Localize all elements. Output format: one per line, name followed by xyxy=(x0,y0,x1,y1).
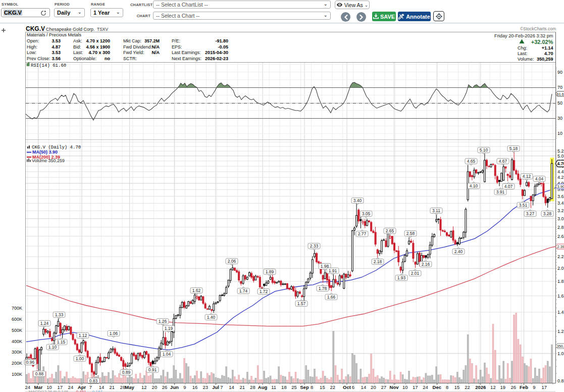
svg-text:4.10: 4.10 xyxy=(470,183,478,188)
svg-text:1.4: 1.4 xyxy=(557,310,564,315)
svg-text:400K: 400K xyxy=(12,339,22,344)
svg-text:-0.451,: -0.451, xyxy=(75,389,87,392)
svg-text:700K: 700K xyxy=(12,306,22,311)
svg-text:3.53: 3.53 xyxy=(52,50,61,55)
svg-text:25: 25 xyxy=(291,384,297,390)
svg-text:21: 21 xyxy=(239,384,245,390)
svg-text:20: 20 xyxy=(152,384,158,390)
svg-text:Feb: Feb xyxy=(520,384,528,390)
svg-text:20: 20 xyxy=(371,384,376,390)
svg-text:357.2M: 357.2M xyxy=(144,38,160,43)
svg-text:Apr: Apr xyxy=(78,384,86,390)
svg-text:27: 27 xyxy=(381,384,386,390)
svg-text:1.57: 1.57 xyxy=(297,301,306,306)
svg-text:3.28: 3.28 xyxy=(543,211,552,216)
svg-text:Mar: Mar xyxy=(34,384,42,390)
svg-text:15: 15 xyxy=(454,384,460,390)
svg-text:MACD(12,26,9) 0.148: MACD(12,26,9) 0.148 xyxy=(29,389,68,392)
svg-text:N/A: N/A xyxy=(152,50,160,55)
svg-text:4.70: 4.70 xyxy=(557,161,564,166)
svg-text:1.06: 1.06 xyxy=(110,331,118,336)
svg-text:30: 30 xyxy=(557,116,562,121)
svg-text:1.72: 1.72 xyxy=(260,289,268,294)
svg-text:2.2: 2.2 xyxy=(557,254,564,259)
svg-text:8: 8 xyxy=(446,384,448,390)
svg-text:23: 23 xyxy=(203,384,209,390)
svg-text:2.16: 2.16 xyxy=(422,262,430,267)
svg-text:©StockCharts.com: ©StockCharts.com xyxy=(520,26,556,31)
svg-text:4.07: 4.07 xyxy=(504,184,513,189)
svg-text:3.4: 3.4 xyxy=(557,201,564,206)
svg-text:1.15: 1.15 xyxy=(57,339,66,345)
svg-text:1.62: 1.62 xyxy=(192,288,201,293)
svg-text:22: 22 xyxy=(330,384,336,390)
svg-text:1.0: 1.0 xyxy=(557,351,564,356)
svg-text:Friday 20-Feb-2026 3:32 pm: Friday 20-Feb-2026 3:32 pm xyxy=(494,33,553,38)
svg-text:Next Earnings:: Next Earnings: xyxy=(172,56,201,61)
svg-text:1.24: 1.24 xyxy=(40,321,49,326)
svg-text:Chg:: Chg: xyxy=(518,45,527,51)
svg-text:3.91: 3.91 xyxy=(496,189,505,194)
svg-text:P/E:: P/E: xyxy=(172,38,180,43)
svg-text:11: 11 xyxy=(271,384,276,390)
svg-text:1.91: 1.91 xyxy=(329,268,337,273)
svg-text:-91.80: -91.80 xyxy=(215,38,228,43)
svg-text:0.96: 0.96 xyxy=(26,360,35,365)
svg-text:2026: 2026 xyxy=(475,384,486,390)
svg-text:26: 26 xyxy=(162,384,168,390)
svg-text:4.67: 4.67 xyxy=(499,159,507,164)
svg-text:0.88: 0.88 xyxy=(35,371,44,376)
svg-text:2.65: 2.65 xyxy=(386,228,394,233)
svg-text:2.0: 2.0 xyxy=(557,266,564,271)
svg-text:1.89: 1.89 xyxy=(266,269,274,274)
svg-text:26: 26 xyxy=(510,384,516,390)
svg-text:1.00: 1.00 xyxy=(76,356,84,361)
svg-text:4.70: 4.70 xyxy=(544,51,553,56)
svg-text:4.2: 4.2 xyxy=(557,175,564,180)
svg-text:22: 22 xyxy=(465,384,470,390)
svg-text:4.70 x 300: 4.70 x 300 xyxy=(88,50,110,55)
svg-text:14: 14 xyxy=(229,384,234,390)
svg-text:12: 12 xyxy=(490,384,496,390)
svg-text:2.6: 2.6 xyxy=(557,234,564,239)
svg-text:1.93: 1.93 xyxy=(397,275,406,280)
svg-text:3.27: 3.27 xyxy=(526,211,535,216)
svg-text:Prev Close:: Prev Close: xyxy=(27,56,50,61)
svg-text:1.66: 1.66 xyxy=(327,295,336,300)
svg-text:2.40: 2.40 xyxy=(454,249,463,254)
svg-text:5.18: 5.18 xyxy=(509,146,518,151)
svg-text:N/A: N/A xyxy=(152,44,160,50)
svg-text:10: 10 xyxy=(46,384,52,390)
svg-text:500K: 500K xyxy=(12,328,22,333)
svg-text:3.05: 3.05 xyxy=(362,211,371,216)
svg-text:0.83: 0.83 xyxy=(89,378,98,383)
svg-text:28: 28 xyxy=(250,384,255,390)
svg-text:Materials / Precious Metals: Materials / Precious Metals xyxy=(27,32,82,37)
svg-text:200K: 200K xyxy=(12,361,22,366)
svg-text:Fwd Yield:: Fwd Yield: xyxy=(123,50,144,55)
svg-text:Oct: Oct xyxy=(343,384,351,390)
svg-text:2.33: 2.33 xyxy=(310,243,319,249)
svg-text:8: 8 xyxy=(311,384,313,390)
svg-text:9: 9 xyxy=(533,384,535,390)
svg-text:4.04: 4.04 xyxy=(535,176,544,181)
svg-text:2.77: 2.77 xyxy=(358,231,367,236)
svg-text:61.6: 61.6 xyxy=(557,92,564,96)
svg-text:21: 21 xyxy=(109,384,115,390)
svg-text:10: 10 xyxy=(402,384,408,390)
svg-text:May: May xyxy=(125,384,134,390)
svg-text:3.56: 3.56 xyxy=(52,56,61,61)
svg-text:4.4: 4.4 xyxy=(557,169,564,174)
svg-text:14: 14 xyxy=(99,384,105,390)
svg-text:1.6: 1.6 xyxy=(557,293,564,299)
svg-text:2.8: 2.8 xyxy=(557,225,564,230)
svg-text:Sep: Sep xyxy=(300,384,309,390)
svg-text:1.04: 1.04 xyxy=(163,352,171,357)
svg-text:High:: High: xyxy=(27,44,37,50)
svg-text:Last:: Last: xyxy=(73,50,83,55)
svg-text:350,259: 350,259 xyxy=(537,57,553,62)
svg-text:1.8: 1.8 xyxy=(557,279,564,284)
svg-text:10: 10 xyxy=(557,131,562,136)
svg-text:2015-04-30: 2015-04-30 xyxy=(205,50,228,55)
svg-text:Bid:: Bid: xyxy=(73,44,81,50)
